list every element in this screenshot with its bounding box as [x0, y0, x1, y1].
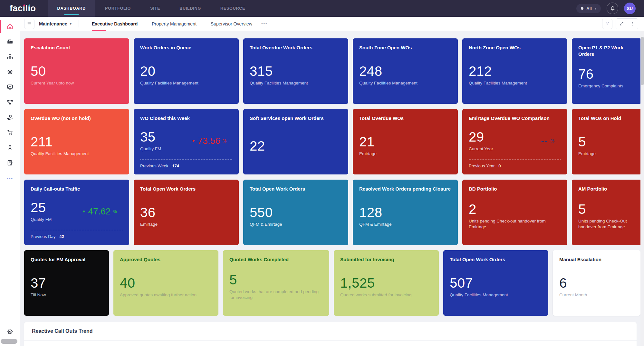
kpi-card-approved-quotes[interactable]: Approved Quotes40Approved quotes awaitin… — [113, 250, 218, 316]
card-value-row: 21Emirtage — [359, 135, 451, 157]
kpi-card-total-overdue-wos[interactable]: Total Overdue WOs21Emirtage — [353, 109, 458, 174]
spacer — [359, 51, 451, 64]
card-value-row: 315Quality Facilities Management — [250, 64, 342, 86]
kpi-card-south-zone-open-wos[interactable]: South Zone Open WOs248Quality Facilities… — [353, 38, 458, 104]
module-selector[interactable]: Maintenance ▾ — [39, 21, 72, 26]
card-value: 315 — [250, 64, 308, 78]
card-title: Open P1 & P2 Work Orders — [578, 44, 635, 57]
sidebar-item-assets[interactable] — [0, 35, 20, 49]
sidebar-item-workforce[interactable] — [0, 141, 20, 155]
filter-button[interactable] — [602, 19, 612, 29]
nav-item-portfolio[interactable]: PORTFOLIO — [95, 0, 140, 17]
card-value: 36 — [140, 206, 158, 219]
tab-supervisor-overview[interactable]: Supervisor Overview — [205, 17, 258, 31]
kpi-card-total-overdue-work-orders[interactable]: Total Overdue Work Orders315Quality Faci… — [243, 38, 348, 104]
spacer — [469, 122, 561, 130]
app-sidebar: ••• — [0, 17, 20, 346]
kpi-card-overdue-wo-not-on-hold[interactable]: Overdue WO (not on hold)211Quality Facil… — [24, 109, 129, 174]
kpi-card-total-open-work-orders[interactable]: Total Open Work Orders507Quality Facilit… — [443, 250, 548, 316]
kpi-card-manual-escalation[interactable]: Manual Escalation6Current Month — [553, 250, 640, 316]
kpi-card-am-portfolio[interactable]: AM Portfolio5Units pending Check-Out han… — [572, 180, 640, 245]
kpi-card-emirtage-overdue-wo-comparison[interactable]: Emirtage Overdue WO Comparison29Current … — [462, 109, 567, 174]
nav-item-building[interactable]: BUILDING — [170, 0, 211, 17]
card-row-3: Daily Call-outs Traffic25Quality FM▼47.6… — [24, 180, 637, 245]
sidebar-collapse-handle[interactable] — [1, 339, 17, 344]
nav-right: All ▾ SU — [576, 0, 644, 17]
spacer — [450, 298, 542, 310]
sidebar-item-more[interactable]: ••• — [0, 171, 20, 185]
card-title: South Zone Open WOs — [359, 44, 451, 51]
spacer — [469, 86, 561, 98]
kpi-card-soft-services-open-work-orders[interactable]: Soft Services open Work Orders22 — [243, 109, 348, 174]
sidebar-item-workflow[interactable] — [0, 95, 20, 109]
home-icon — [6, 23, 14, 30]
card-row-2: Overdue WO (not on hold)211Quality Facil… — [24, 109, 637, 174]
spacer — [578, 122, 635, 135]
kpi-card-work-orders-in-queue[interactable]: Work Orders in Queue20Quality Facilities… — [134, 38, 239, 104]
sidebar-item-settings[interactable] — [0, 324, 20, 339]
spacer — [469, 192, 561, 203]
arrow-down-icon: ▼ — [192, 139, 196, 143]
sidebar-item-maintenance[interactable] — [0, 65, 20, 79]
sidebar-item-reports[interactable] — [0, 80, 20, 94]
sidebar-item-services[interactable] — [0, 110, 20, 124]
nav-item-dashboard[interactable]: DASHBOARD — [48, 0, 95, 17]
delta-value: -- — [541, 136, 548, 146]
top-nav: facılıo DASHBOARDPORTFOLIOSITEBUILDINGRE… — [0, 0, 644, 17]
more-tabs-button[interactable]: ••• — [258, 21, 271, 26]
card-value-block: 36Emirtage — [140, 206, 158, 227]
kpi-card-submitted-for-invoicing[interactable]: Submitted for Invoicing1,525Quoted works… — [334, 250, 439, 316]
kpi-card-north-zone-open-wos[interactable]: North Zone Open WOs212Quality Facilities… — [462, 38, 567, 104]
kpi-card-quoted-works-completed[interactable]: Quoted Works Completed5Quoted works that… — [223, 250, 329, 316]
kpi-card-total-open-work-orders[interactable]: Total Open Work Orders550QFM & Emirtage — [243, 180, 348, 245]
spacer — [140, 152, 232, 159]
tab-executive-dashboard[interactable]: Executive Dashboard — [86, 17, 143, 31]
options-button[interactable] — [627, 19, 638, 29]
nav-item-resource[interactable]: RESOURCE — [211, 0, 255, 17]
spacer — [578, 230, 635, 239]
kpi-card-wo-closed-this-week[interactable]: WO Closed this Week35Quality FM▼73.56%Pr… — [134, 109, 239, 174]
kpi-card-total-wos-on-hold[interactable]: Total WOs on Hold5Emirtage — [572, 109, 640, 174]
kpi-card-total-open-work-orders[interactable]: Total Open Work Orders36Emirtage — [134, 180, 239, 245]
card-title: BD Portfolio — [469, 186, 561, 192]
card-title: Work Orders in Queue — [140, 44, 232, 51]
kpi-card-escalation-count[interactable]: Escalation Count50Current Year upto now — [24, 38, 129, 104]
sidebar-item-procurement[interactable] — [0, 125, 20, 140]
kpi-card-bd-portfolio[interactable]: BD Portfolio2Units pending Check-out han… — [462, 180, 567, 245]
primary-nav: DASHBOARDPORTFOLIOSITEBUILDINGRESOURCE — [48, 0, 255, 17]
vertical-scrollbar[interactable] — [640, 31, 644, 346]
user-avatar[interactable]: SU — [624, 3, 636, 14]
tab-property-management[interactable]: Property Management — [146, 17, 202, 31]
reactive-callouts-panel: Reactive Call Outs Trend — [24, 322, 637, 346]
card-value-row: 212Quality Facilities Management — [469, 64, 561, 86]
sidebar-item-notes[interactable] — [0, 156, 20, 170]
card-value-block: 20Quality Facilities Management — [140, 64, 198, 86]
logo-letter: ı — [23, 4, 25, 14]
sidebar-item-inventory[interactable] — [0, 50, 20, 64]
card-value-block: 22 — [250, 139, 265, 153]
chevron-down-icon: ▾ — [595, 7, 596, 10]
kpi-card-daily-call-outs-traffic[interactable]: Daily Call-outs Traffic25Quality FM▼47.6… — [24, 180, 129, 245]
card-value-block: 5Emirtage — [578, 135, 596, 157]
dashboard-list-button[interactable] — [24, 19, 34, 29]
facilio-logo[interactable]: facılıo — [0, 0, 48, 17]
card-title: Total Open Work Orders — [450, 256, 542, 263]
scrollbar-thumb[interactable] — [641, 37, 644, 85]
delta-unit: % — [223, 138, 226, 143]
footer-label: Previous Week — [140, 163, 168, 168]
nav-item-site[interactable]: SITE — [140, 0, 170, 17]
org-scope-selector[interactable]: All ▾ — [576, 4, 601, 13]
card-subtitle: Current Month — [559, 292, 587, 298]
dashboard-content: Escalation Count50Current Year upto nowW… — [20, 31, 640, 346]
spacer — [31, 263, 102, 276]
kpi-card-quotes-for-fm-approval[interactable]: Quotes for FM Approval37Till Now — [24, 250, 109, 316]
spacer — [250, 227, 342, 239]
view-actions-group — [616, 18, 638, 29]
notifications-button[interactable] — [607, 3, 618, 14]
sidebar-item-home[interactable] — [0, 19, 20, 34]
kpi-card-open-p1-p2-work-orders[interactable]: Open P1 & P2 Work Orders76Emergency Comp… — [572, 38, 640, 104]
card-value-row: 550QFM & Emirtage — [250, 206, 342, 227]
expand-button[interactable] — [616, 19, 627, 29]
card-title: Escalation Count — [31, 44, 123, 51]
kpi-card-resolved-work-orders-pending-closure[interactable]: Resolved Work Orders pending Closure128Q… — [353, 180, 458, 245]
